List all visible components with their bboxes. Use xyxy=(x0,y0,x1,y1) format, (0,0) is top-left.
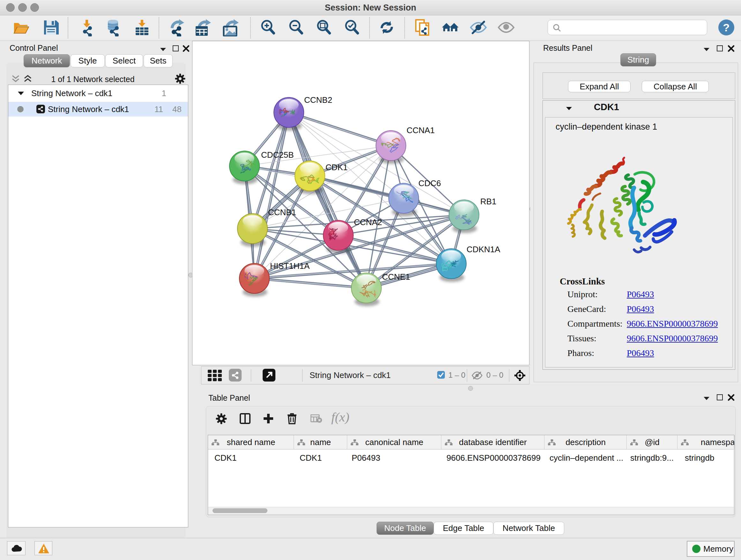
svg-text:?: ? xyxy=(723,21,730,34)
svg-text:RB1: RB1 xyxy=(480,197,496,206)
svg-text:CCNB1: CCNB1 xyxy=(268,207,296,217)
svg-text:CDK1: CDK1 xyxy=(326,163,347,172)
svg-text:CDKN1A: CDKN1A xyxy=(467,245,500,254)
svg-text:HIST1H1A: HIST1H1A xyxy=(270,261,310,271)
svg-text:CDC25B: CDC25B xyxy=(261,150,294,160)
svg-text:CCNA2: CCNA2 xyxy=(354,217,382,227)
svg-text:CCNE1: CCNE1 xyxy=(382,272,410,282)
svg-text:CDC6: CDC6 xyxy=(418,179,441,188)
svg-text:CCNA1: CCNA1 xyxy=(407,125,434,135)
svg-text:CCNB2: CCNB2 xyxy=(304,95,332,105)
